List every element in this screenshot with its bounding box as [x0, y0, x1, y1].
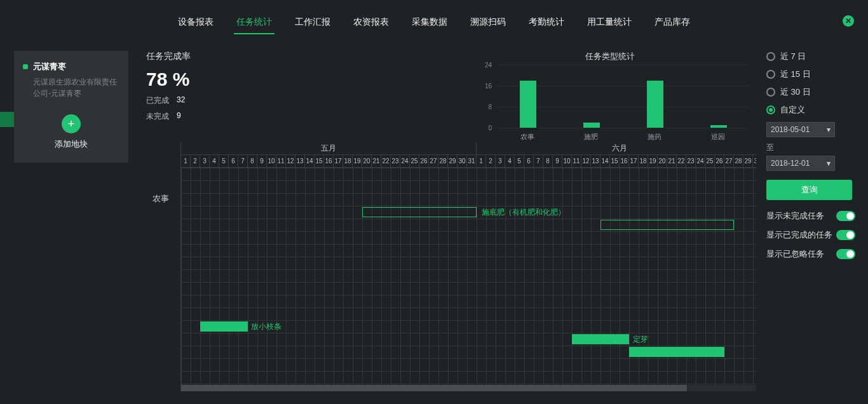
- undone-value: 9: [177, 111, 181, 122]
- toggle-switch-1[interactable]: [836, 230, 855, 240]
- date-from-input[interactable]: 2018-05-01 ▾: [766, 122, 835, 137]
- date-to-value: 2018-12-01: [771, 159, 810, 168]
- gantt-day-header: 27: [429, 155, 438, 167]
- gantt-row-label: 农事: [153, 193, 169, 205]
- gantt-day-header: 18: [639, 155, 648, 167]
- gantt-day-header: 23: [391, 155, 400, 167]
- gantt-day-header: 19: [353, 155, 362, 167]
- chart-bar-0: [520, 81, 536, 128]
- gantt-day-header: 24: [400, 155, 410, 167]
- gantt-day-header: 16: [324, 155, 334, 167]
- nav-tab-0[interactable]: 设备报表: [175, 11, 216, 34]
- gantt-bar-2[interactable]: [200, 321, 248, 332]
- chart-bar-1: [583, 123, 600, 128]
- plot-status-dot: [23, 64, 28, 69]
- gantt-month-header: 五月: [181, 142, 477, 154]
- gantt-day-header: 9: [553, 155, 562, 167]
- nav-tab-3[interactable]: 农资报表: [351, 11, 391, 34]
- nav-tab-5[interactable]: 溯源扫码: [468, 11, 508, 34]
- gantt-day-header: 25: [705, 155, 715, 167]
- gantt-day-header: 29: [448, 155, 458, 167]
- chart-y-tick: 16: [477, 82, 492, 89]
- plot-card[interactable]: 元谋青枣 元谋原生源农业有限责任公司-元谋青枣: [14, 51, 128, 108]
- range-radio-label: 近 15 日: [780, 69, 811, 80]
- gantt-day-header: 19: [648, 155, 658, 167]
- gantt-day-header: 11: [572, 155, 581, 167]
- plot-subtitle: 元谋原生源农业有限责任公司-元谋青枣: [33, 76, 119, 99]
- gantt-bar-3[interactable]: [572, 334, 629, 344]
- chart-x-label: 巡园: [686, 132, 750, 142]
- chart-y-tick: 8: [477, 103, 492, 110]
- gantt-day-header: 23: [686, 155, 696, 167]
- gantt-day-header: 6: [229, 155, 238, 167]
- gantt-day-header: 14: [600, 155, 610, 167]
- chevron-down-icon: ▾: [827, 159, 831, 168]
- nav-tab-8[interactable]: 产品库存: [652, 11, 693, 34]
- done-label: 已完成: [146, 95, 169, 106]
- add-plot-label: 添加地块: [55, 138, 88, 150]
- gantt-bar-1[interactable]: [600, 220, 734, 230]
- range-radio-2[interactable]: 近 30 日: [766, 86, 855, 98]
- toggle-switch-2[interactable]: [836, 249, 855, 259]
- add-plot-button[interactable]: +: [62, 114, 81, 133]
- gantt-day-header: 1: [181, 155, 191, 167]
- gantt-h-scrollbar[interactable]: [181, 385, 756, 391]
- range-radio-1[interactable]: 近 15 日: [766, 69, 855, 80]
- gantt-month-header: 六月: [477, 142, 756, 154]
- gantt-day-header: 6: [524, 155, 534, 167]
- gantt-day-header: 17: [629, 155, 639, 167]
- gantt-day-header: 27: [724, 155, 734, 167]
- gantt-day-header: 20: [362, 155, 372, 167]
- plot-title: 元谋青枣: [33, 61, 66, 72]
- main-area: 任务完成率 78 % 已完成 32 未完成 9 任务类型统计 081624 农事…: [146, 51, 756, 394]
- gantt-day-header: 18: [343, 155, 353, 167]
- task-type-chart: 任务类型统计 081624 农事施肥施药巡园: [470, 51, 750, 133]
- gantt-day-header: 31: [467, 155, 477, 167]
- date-to-input[interactable]: 2018-12-01 ▾: [766, 156, 835, 171]
- right-panel: 近 7 日近 15 日近 30 日自定义 2018-05-01 ▾ 至 2018…: [766, 51, 855, 260]
- nav-tab-1[interactable]: 任务统计: [234, 11, 275, 34]
- range-radio-0[interactable]: 近 7 日: [766, 51, 855, 62]
- gantt-day-header: 29: [743, 155, 753, 167]
- toggle-row-2: 显示已忽略任务: [766, 248, 855, 260]
- gantt-bar-0[interactable]: [362, 207, 477, 217]
- chart-x-label: 农事: [496, 132, 559, 142]
- gantt-day-header: 1: [477, 155, 486, 167]
- gantt-day-header: 3: [200, 155, 210, 167]
- toggle-row-0: 显示未完成任务: [766, 210, 855, 222]
- sidebar-active-indicator: [0, 112, 14, 127]
- date-to-label: 至: [766, 142, 855, 153]
- sidebar: 元谋青枣 元谋原生源农业有限责任公司-元谋青枣 + 添加地块: [14, 51, 128, 163]
- close-icon[interactable]: ✕: [843, 15, 854, 27]
- gantt-day-header: 22: [677, 155, 686, 167]
- gantt-chart: 农事 五月六月123456789101112131415161718192021…: [146, 142, 756, 391]
- toggle-switch-0[interactable]: [836, 211, 855, 221]
- nav-tab-4[interactable]: 采集数据: [409, 11, 450, 34]
- gantt-day-header: 5: [219, 155, 229, 167]
- gantt-bar-4[interactable]: [629, 347, 724, 357]
- gantt-h-scroll-thumb[interactable]: [181, 385, 687, 391]
- range-radio-label: 近 7 日: [780, 51, 806, 62]
- chart-bar-2: [647, 81, 663, 128]
- gantt-day-header: 15: [610, 155, 620, 167]
- toggle-label: 显示已完成的任务: [766, 229, 832, 241]
- nav-tab-6[interactable]: 考勤统计: [526, 11, 567, 34]
- chart-y-tick: 0: [477, 125, 492, 131]
- nav-tab-7[interactable]: 用工量统计: [585, 11, 634, 34]
- range-radio-3[interactable]: 自定义: [766, 104, 855, 116]
- gantt-day-header: 13: [591, 155, 600, 167]
- gantt-day-header: 12: [286, 155, 295, 167]
- gantt-day-header: 24: [696, 155, 705, 167]
- nav-tab-2[interactable]: 工作汇报: [292, 11, 333, 34]
- gantt-day-header: 8: [248, 155, 257, 167]
- gantt-day-header: 17: [334, 155, 343, 167]
- done-value: 32: [177, 95, 185, 106]
- gantt-day-header: 25: [410, 155, 419, 167]
- gantt-day-header: 16: [620, 155, 629, 167]
- query-button[interactable]: 查询: [766, 180, 852, 200]
- gantt-day-header: 4: [505, 155, 515, 167]
- gantt-day-header: 5: [515, 155, 524, 167]
- chevron-down-icon: ▾: [827, 125, 831, 134]
- gantt-day-header: 28: [734, 155, 743, 167]
- gantt-day-header: 2: [486, 155, 496, 167]
